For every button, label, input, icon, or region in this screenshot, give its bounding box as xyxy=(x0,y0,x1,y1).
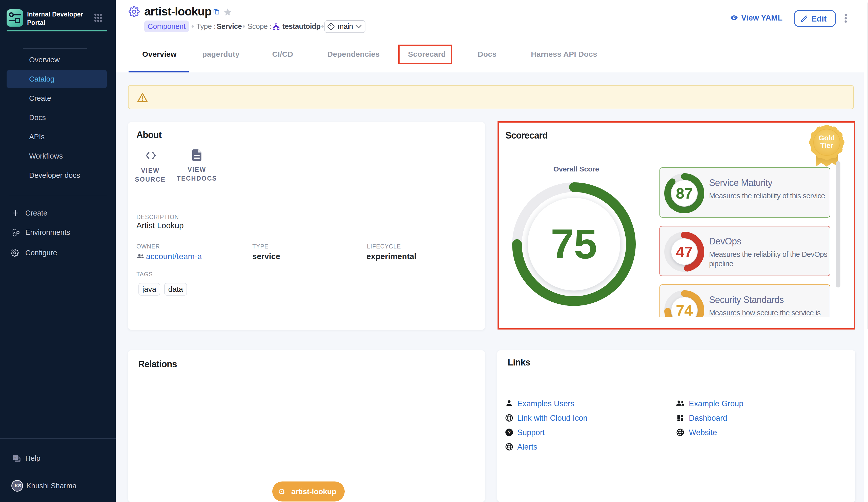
svg-text:Gold: Gold xyxy=(819,134,835,142)
svg-text:75: 75 xyxy=(551,221,597,267)
svg-text:?: ? xyxy=(14,456,17,460)
svg-text:74: 74 xyxy=(676,302,693,317)
svg-text:47: 47 xyxy=(676,243,693,260)
svg-text:87: 87 xyxy=(676,185,693,202)
svg-text:Tier: Tier xyxy=(820,142,833,149)
svg-text:?: ? xyxy=(508,430,511,435)
